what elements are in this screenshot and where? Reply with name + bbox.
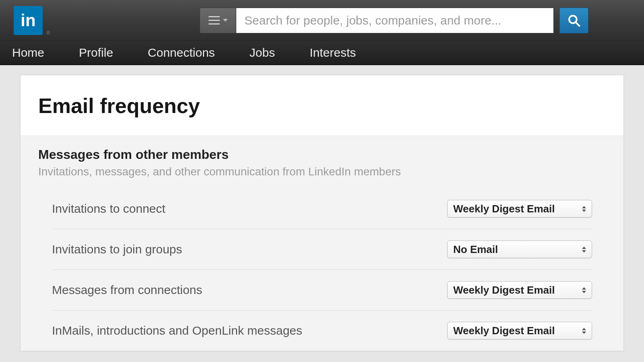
top-bar: in ®	[0, 0, 644, 41]
select-invitations-connect[interactable]: Weekly Digest Email	[447, 200, 592, 218]
select-value: Weekly Digest Email	[453, 284, 555, 296]
search-type-dropdown[interactable]	[200, 8, 236, 33]
select-value: Weekly Digest Email	[453, 203, 555, 215]
menu-icon	[208, 16, 220, 25]
row-messages-connections: Messages from connections Weekly Digest …	[52, 270, 592, 311]
primary-nav: Home Profile Connections Jobs Interests	[0, 41, 644, 65]
search-container	[200, 8, 588, 33]
section-title: Messages from other members	[38, 147, 606, 162]
settings-rows: Invitations to connect Weekly Digest Ema…	[38, 196, 606, 351]
linkedin-logo-text: in	[21, 11, 35, 30]
page-header: Email frequency	[21, 75, 623, 136]
settings-card: Email frequency Messages from other memb…	[20, 75, 624, 351]
nav-profile[interactable]: Profile	[79, 46, 113, 60]
search-icon	[568, 14, 580, 27]
updown-icon	[582, 206, 586, 212]
select-inmails[interactable]: Weekly Digest Email	[447, 322, 592, 339]
updown-icon	[582, 287, 586, 293]
row-inmails: InMails, introductions and OpenLink mess…	[52, 311, 592, 351]
row-label: Invitations to join groups	[52, 243, 182, 256]
chevron-down-icon	[223, 19, 228, 22]
nav-jobs[interactable]: Jobs	[250, 46, 275, 60]
section-subtitle: Invitations, messages, and other communi…	[38, 165, 606, 178]
row-invitations-groups: Invitations to join groups No Email	[52, 229, 592, 270]
page-title: Email frequency	[38, 94, 606, 118]
section-messages: Messages from other members Invitations,…	[21, 136, 623, 351]
nav-interests[interactable]: Interests	[310, 46, 356, 60]
svg-line-1	[576, 22, 579, 26]
select-value: No Email	[453, 243, 498, 256]
row-label: InMails, introductions and OpenLink mess…	[52, 324, 302, 337]
updown-icon	[582, 247, 586, 253]
select-invitations-groups[interactable]: No Email	[447, 241, 592, 258]
search-input[interactable]	[236, 8, 554, 33]
registered-mark: ®	[46, 30, 50, 36]
select-value: Weekly Digest Email	[453, 325, 555, 337]
nav-home[interactable]: Home	[12, 46, 44, 60]
updown-icon	[582, 328, 586, 334]
row-invitations-connect: Invitations to connect Weekly Digest Ema…	[52, 196, 592, 229]
nav-connections[interactable]: Connections	[148, 46, 215, 60]
row-label: Messages from connections	[52, 283, 202, 297]
linkedin-logo[interactable]: in ®	[14, 6, 43, 35]
search-button[interactable]	[559, 8, 588, 33]
row-label: Invitations to connect	[52, 202, 165, 216]
select-messages-connections[interactable]: Weekly Digest Email	[447, 281, 592, 299]
